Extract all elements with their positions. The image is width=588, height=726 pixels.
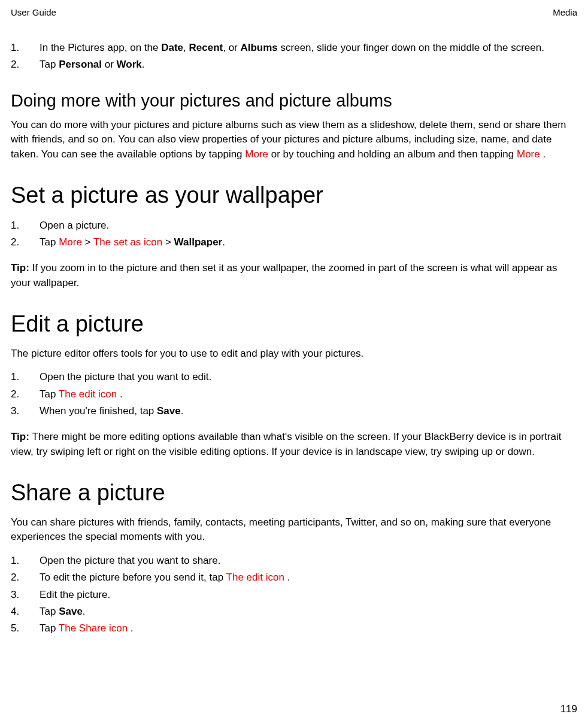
text-run: screen, slide your finger down on the mi… <box>278 42 544 53</box>
text-run: > <box>82 236 93 248</box>
list-content: Tap The Share icon . <box>40 621 577 636</box>
list-item: 1.Open the picture that you want to shar… <box>11 553 577 569</box>
heading-doing-more: Doing more with your pictures and pictur… <box>11 91 577 111</box>
list-item: 2.Tap The edit icon . <box>11 387 577 402</box>
text-run: , or <box>223 42 240 53</box>
list-item: 5.Tap The Share icon . <box>11 621 577 636</box>
text-run: > <box>162 236 174 248</box>
text-run: Work <box>117 59 142 70</box>
text-run: Tap <box>40 388 59 400</box>
text-run: Albums <box>240 42 277 53</box>
tip-wallpaper: Tip: If you zoom in to the picture and t… <box>11 261 577 290</box>
list-number: 2. <box>11 387 40 402</box>
text-run: . <box>181 405 184 417</box>
list-number: 2. <box>11 570 40 585</box>
text-run: Save <box>59 606 83 617</box>
text-run: There might be more editing options avai… <box>11 431 562 457</box>
text-run: Wallpaper <box>174 236 223 248</box>
text-run: Tap <box>40 606 59 617</box>
text-run: In the Pictures app, on the <box>40 42 161 53</box>
list-content: When you're finished, tap Save. <box>40 403 577 419</box>
list-content: Edit the picture. <box>40 587 577 603</box>
text-run: More <box>517 148 540 160</box>
list-content: Tap Save. <box>40 604 577 619</box>
text-run: Tap <box>40 59 59 70</box>
text-run: Personal <box>59 59 102 70</box>
list-content: Tap The edit icon . <box>40 387 577 402</box>
list-number: 1. <box>11 553 40 569</box>
list-item: 4.Tap Save. <box>11 604 577 619</box>
list-number: 1. <box>11 40 40 56</box>
text-run: Tip: <box>11 262 32 274</box>
list-number: 4. <box>11 604 40 619</box>
text-run: or by touching and holding an album and … <box>268 148 517 160</box>
text-run: More <box>59 236 82 248</box>
text-run: . <box>284 572 290 583</box>
header-left: User Guide <box>11 7 56 17</box>
header-right: Media <box>553 7 577 17</box>
page-number: 119 <box>560 703 577 715</box>
text-run: Tip: <box>11 431 32 442</box>
text-run: Date <box>161 42 183 53</box>
text-run: . <box>117 388 122 400</box>
text-run: The edit icon <box>226 572 284 583</box>
text-run: Recent <box>189 42 223 53</box>
text-run: When you're finished, tap <box>40 405 157 417</box>
text-run: Open the picture that you want to share. <box>40 555 220 566</box>
para-doing-more: You can do more with your pictures and p… <box>11 118 577 162</box>
text-run: Save <box>157 405 181 417</box>
list-content: Open a picture. <box>40 218 577 233</box>
text-run: The edit icon <box>59 388 117 400</box>
page-header: User Guide Media <box>11 7 577 17</box>
list-content: Open the picture that you want to edit. <box>40 369 577 385</box>
list-number: 2. <box>11 57 40 72</box>
list-content: Open the picture that you want to share. <box>40 553 577 569</box>
list-content: To edit the picture before you send it, … <box>40 570 577 585</box>
list-item: 1.In the Pictures app, on the Date, Rece… <box>11 40 577 56</box>
list-number: 1. <box>11 218 40 233</box>
text-run: . <box>83 606 86 617</box>
heading-set-wallpaper: Set a picture as your wallpaper <box>11 183 577 208</box>
list-item: 3.When you're finished, tap Save. <box>11 403 577 419</box>
text-run: . <box>128 622 133 634</box>
list-item: 2.To edit the picture before you send it… <box>11 570 577 585</box>
list-content: In the Pictures app, on the Date, Recent… <box>40 40 577 56</box>
list-item: 2.Tap Personal or Work. <box>11 57 577 72</box>
text-run: . <box>540 148 545 160</box>
heading-edit-picture: Edit a picture <box>11 311 577 337</box>
list-item: 3.Edit the picture. <box>11 587 577 603</box>
text-run: If you zoom in to the picture and then s… <box>11 262 557 288</box>
para-share-intro: You can share pictures with friends, fam… <box>11 515 577 545</box>
list-number: 3. <box>11 403 40 419</box>
text-run: More <box>245 148 268 160</box>
list-number: 1. <box>11 369 40 385</box>
text-run: The set as icon <box>93 236 162 248</box>
text-run: Open a picture. <box>40 220 109 231</box>
list-number: 5. <box>11 621 40 636</box>
text-run: Edit the picture. <box>40 589 110 600</box>
text-run: . <box>142 59 145 70</box>
list-1: 1.In the Pictures app, on the Date, Rece… <box>11 40 577 73</box>
text-run: The Share icon <box>59 622 128 634</box>
list-content: Tap Personal or Work. <box>40 57 577 72</box>
heading-share-picture: Share a picture <box>11 480 577 506</box>
text-run: Tap <box>40 622 59 634</box>
text-run: or <box>102 59 117 70</box>
list-3: 1.Open the picture that you want to edit… <box>11 369 577 419</box>
text-run: Tap <box>40 236 59 248</box>
text-run: , <box>183 42 189 53</box>
list-item: 2.Tap More > The set as icon > Wallpaper… <box>11 235 577 250</box>
list-number: 3. <box>11 587 40 603</box>
list-content: Tap More > The set as icon > Wallpaper. <box>40 235 577 250</box>
list-item: 1.Open the picture that you want to edit… <box>11 369 577 385</box>
text-run: Open the picture that you want to edit. <box>40 371 211 382</box>
list-4: 1.Open the picture that you want to shar… <box>11 553 577 637</box>
list-2: 1.Open a picture.2.Tap More > The set as… <box>11 218 577 251</box>
text-run: . <box>222 236 225 248</box>
text-run: To edit the picture before you send it, … <box>40 572 226 583</box>
list-number: 2. <box>11 235 40 250</box>
tip-edit: Tip: There might be more editing options… <box>11 430 577 459</box>
para-edit-intro: The picture editor offers tools for you … <box>11 347 577 362</box>
list-item: 1.Open a picture. <box>11 218 577 233</box>
